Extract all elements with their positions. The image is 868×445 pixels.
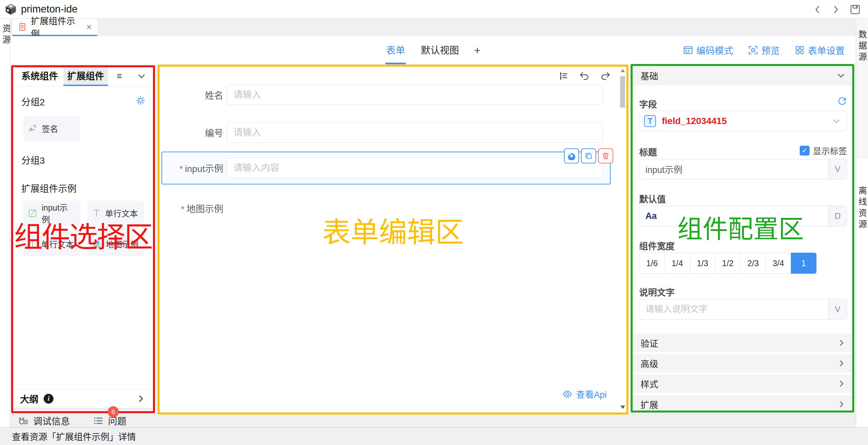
undo-icon[interactable] [579, 71, 590, 82]
row-actions [564, 148, 613, 163]
chevron-right-icon[interactable] [136, 394, 146, 403]
palette-item-single-text-2[interactable]: 单行文本 [23, 231, 80, 256]
section-basic-header[interactable]: 基础 [632, 66, 854, 85]
copy-icon[interactable] [581, 148, 596, 163]
text-t-icon [28, 239, 37, 248]
app-logo-icon [5, 3, 17, 15]
file-tab-active[interactable]: 扩展组件示例 × [12, 19, 97, 36]
name-input[interactable] [226, 85, 603, 105]
palette-menu-icon[interactable] [116, 66, 124, 86]
width-option-1-3[interactable]: 1/3 [690, 253, 715, 274]
palette-item-signature[interactable]: 签名 [23, 116, 80, 141]
view-api-link[interactable]: 查看Api [562, 388, 607, 401]
debug-info-label: 调试信息 [33, 414, 70, 427]
form-canvas: 姓名 编号 *input示例 *地图示例 查看Api [158, 66, 628, 412]
palette-item-label: 单行文本 [105, 207, 138, 219]
debug-info-button[interactable]: 调试信息 [18, 414, 70, 427]
show-label-text: 显示标签 [813, 145, 847, 157]
eye-icon [562, 389, 572, 399]
width-option-2-3[interactable]: 2/3 [740, 253, 766, 274]
form-row-input-sample-selected[interactable]: *input示例 [161, 152, 611, 184]
width-option-3-4[interactable]: 3/4 [766, 253, 791, 274]
add-view-button[interactable]: + [474, 36, 480, 64]
default-value-d-button[interactable]: D [828, 206, 847, 226]
form-settings-label: 表单设置 [808, 44, 845, 57]
file-tab-label: 扩展组件示例 [31, 14, 81, 40]
tab-system-components[interactable]: 系统组件 [19, 66, 60, 86]
text-t-icon [92, 209, 101, 218]
chevron-right-icon [837, 339, 846, 347]
gear-icon[interactable] [135, 95, 146, 105]
code-mode-button[interactable]: 编码模式 [683, 44, 733, 57]
left-rail-resources[interactable]: 资源 [0, 19, 10, 427]
delete-trash-icon[interactable] [598, 148, 613, 163]
title-section-label: 标题 [639, 146, 657, 158]
field-label: *input示例 [162, 161, 223, 174]
show-label-checkbox-row[interactable]: ✓ 显示标签 [800, 145, 847, 157]
title-variable-button[interactable]: V [828, 159, 847, 179]
chevron-down-icon [836, 71, 846, 80]
status-bar: 查看资源「扩展组件示例」详情 [0, 427, 868, 445]
form-settings-button[interactable]: 表单设置 [795, 44, 845, 57]
tab-default-view[interactable]: 默认视图 [420, 36, 460, 64]
width-options: 1/6 1/4 1/3 1/2 2/3 3/4 1 [639, 253, 816, 274]
scroll-up-arrow[interactable] [620, 69, 625, 72]
edit-pencil-icon [28, 208, 38, 218]
view-tabs: 表单 默认视图 + [385, 36, 480, 64]
default-value-input[interactable] [640, 206, 828, 226]
code-mode-icon [683, 45, 693, 55]
section-extension[interactable]: 扩展 [632, 395, 854, 413]
title-input[interactable] [640, 159, 828, 179]
tab-extension-components[interactable]: 扩展组件 [63, 66, 108, 86]
palette-item-single-text-1[interactable]: 单行文本 [87, 200, 144, 225]
checkbox-checked-icon[interactable]: ✓ [800, 146, 810, 156]
palette-item-map-sample[interactable]: 地图示例 [87, 231, 144, 256]
scrollbar-thumb[interactable] [620, 76, 625, 108]
component-palette: 系统组件 扩展组件 分组2 签名 分组3 扩展组件示例 input示例 单行文本… [11, 66, 154, 408]
preview-button[interactable]: 预览 [748, 44, 780, 57]
field-select[interactable]: T field_12034415 [639, 110, 847, 131]
width-option-1-6[interactable]: 1/6 [639, 253, 665, 274]
form-row-map-sample[interactable]: *地图示例 [158, 202, 226, 215]
save-icon[interactable] [849, 4, 861, 15]
palette-item-input-sample[interactable]: input示例 [23, 200, 80, 225]
chevron-right-icon [837, 400, 846, 409]
palette-tabs: 系统组件 扩展组件 [11, 66, 154, 86]
component-settings-button[interactable] [564, 148, 579, 163]
datasource-label: 数据源 [856, 30, 868, 157]
input-sample-input[interactable] [226, 158, 603, 178]
code-input[interactable] [226, 122, 603, 143]
refresh-icon[interactable] [837, 96, 847, 106]
info-icon: i [44, 394, 54, 404]
required-asterisk: * [181, 204, 185, 214]
section-advanced[interactable]: 高级 [632, 354, 854, 373]
palette-item-label: 地图示例 [106, 238, 138, 250]
outline-tree-icon[interactable] [558, 71, 568, 82]
close-icon[interactable]: × [86, 22, 92, 32]
redo-icon[interactable] [600, 71, 611, 82]
forward-chevron-icon[interactable] [831, 5, 840, 14]
form-settings-icon [795, 45, 805, 55]
title-input-group: V [639, 159, 847, 180]
palette-collapse-chevron-icon[interactable] [137, 66, 146, 86]
group-title-2: 分组2 [21, 95, 45, 108]
canvas-scrollbar[interactable] [620, 68, 625, 410]
description-input[interactable] [640, 299, 828, 319]
section-validation[interactable]: 验证 [632, 334, 854, 352]
right-rail: 数据源 离线资源 [856, 19, 868, 427]
preview-eye-icon [748, 45, 758, 55]
outline-footer[interactable]: 大纲 i [11, 389, 154, 408]
description-variable-button[interactable]: V [828, 299, 847, 319]
section-style[interactable]: 样式 [632, 375, 854, 393]
problems-list-icon [93, 415, 103, 426]
right-rail-offline[interactable]: 离线资源 [856, 158, 868, 427]
width-option-1-selected[interactable]: 1 [791, 253, 816, 274]
tab-form[interactable]: 表单 [385, 36, 406, 64]
back-chevron-icon[interactable] [813, 5, 822, 14]
right-rail-datasource[interactable]: 数据源 [856, 19, 868, 158]
width-option-1-4[interactable]: 1/4 [664, 253, 690, 274]
view-toolbar: 表单 默认视图 + 编码模式 预览 表单设置 [10, 36, 856, 64]
width-option-1-2[interactable]: 1/2 [715, 253, 741, 274]
scroll-down-arrow[interactable] [620, 406, 625, 409]
field-value: field_12034415 [662, 116, 832, 126]
